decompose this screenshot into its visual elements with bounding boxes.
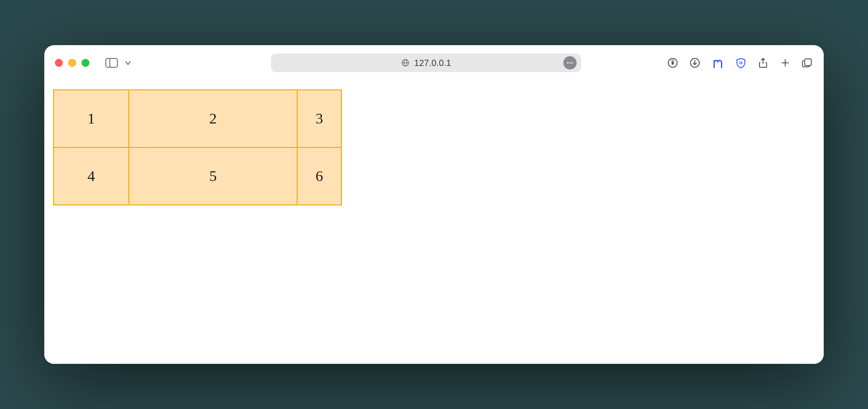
toolbar-left bbox=[105, 58, 132, 68]
address-text: 127.0.0.1 bbox=[414, 58, 451, 68]
address-bar[interactable]: 127.0.0.1 bbox=[271, 54, 581, 72]
traffic-lights bbox=[55, 59, 89, 67]
page-content: 1 2 3 4 5 6 bbox=[44, 81, 824, 364]
table-cell: 5 bbox=[129, 147, 297, 205]
svg-rect-9 bbox=[672, 62, 674, 65]
table-cell: 2 bbox=[129, 90, 297, 147]
svg-rect-0 bbox=[106, 58, 117, 67]
svg-point-7 bbox=[571, 62, 573, 63]
globe-icon bbox=[401, 58, 410, 67]
toolbar-right bbox=[667, 56, 813, 69]
adblock-shield-icon[interactable] bbox=[735, 57, 747, 69]
sidebar-toggle-button[interactable] bbox=[105, 58, 118, 68]
table-row: 4 5 6 bbox=[54, 147, 341, 205]
tab-group-dropdown-button[interactable] bbox=[124, 59, 132, 67]
table-cell: 3 bbox=[297, 90, 341, 147]
privacy-report-icon[interactable] bbox=[667, 57, 678, 69]
new-tab-button[interactable] bbox=[779, 57, 791, 69]
tab-overview-button[interactable] bbox=[802, 57, 813, 69]
browser-titlebar: 127.0.0.1 bbox=[44, 45, 824, 81]
downloads-button[interactable] bbox=[689, 57, 701, 69]
share-button[interactable] bbox=[757, 57, 769, 69]
table-cell: 1 bbox=[54, 90, 129, 147]
browser-window: 127.0.0.1 bbox=[44, 45, 824, 364]
table-row: 1 2 3 bbox=[54, 90, 341, 147]
table-cell: 4 bbox=[54, 147, 129, 205]
svg-rect-17 bbox=[805, 59, 811, 66]
window-zoom-button[interactable] bbox=[81, 59, 89, 67]
address-area: 127.0.0.1 bbox=[199, 54, 653, 72]
honey-extension-icon[interactable] bbox=[711, 56, 725, 69]
window-close-button[interactable] bbox=[55, 59, 63, 67]
table-cell: 6 bbox=[297, 147, 341, 205]
grid-table: 1 2 3 4 5 6 bbox=[53, 89, 342, 205]
svg-point-6 bbox=[569, 62, 570, 63]
window-minimize-button[interactable] bbox=[68, 59, 76, 67]
svg-point-5 bbox=[567, 62, 568, 63]
reader-more-button[interactable] bbox=[563, 56, 577, 69]
